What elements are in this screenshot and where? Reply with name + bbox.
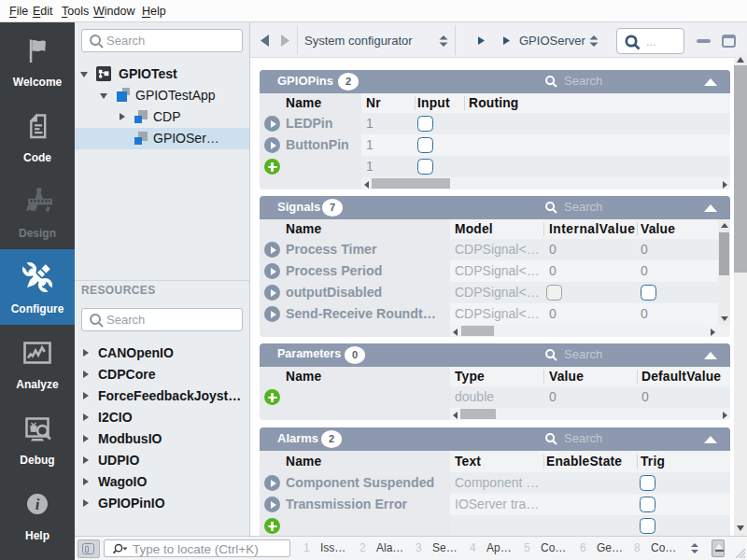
svg-text:i: i	[35, 496, 40, 513]
